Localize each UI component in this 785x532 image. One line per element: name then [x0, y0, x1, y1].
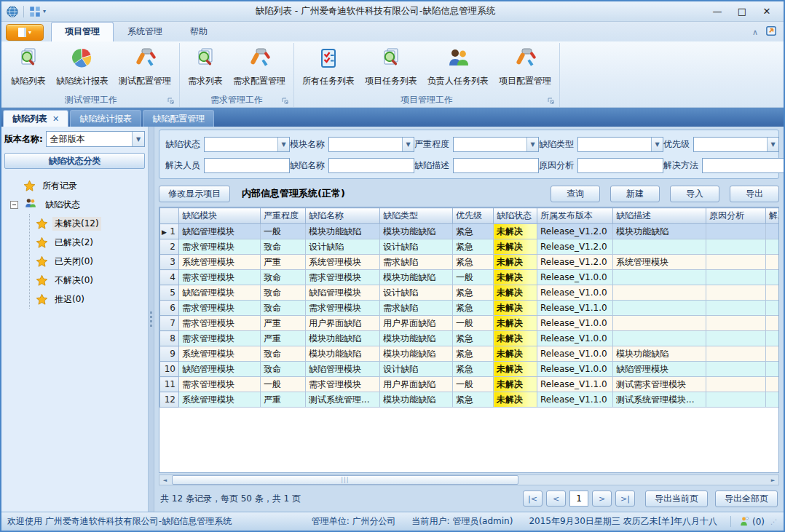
tree-item-不解决(0)[interactable]: 不解决(0): [36, 271, 143, 290]
column-header-缺陷类型[interactable]: 缺陷类型: [380, 208, 453, 224]
column-header-优先级[interactable]: 优先级: [453, 208, 494, 224]
collapse-ribbon-icon[interactable]: ∧: [752, 28, 758, 37]
dialog-launcher-icon[interactable]: [282, 97, 289, 104]
tree-item-所有记录[interactable]: 所有记录: [10, 176, 143, 195]
tree-item-已解决(2)[interactable]: 已解决(2): [36, 233, 143, 252]
column-header-缺陷模块[interactable]: 缺陷模块: [179, 208, 261, 224]
doc-tab-缺陷列表[interactable]: 缺陷列表✕: [3, 110, 68, 127]
column-header-解决方法[interactable]: 解决方法: [766, 208, 780, 224]
row-number-cell[interactable]: 3: [160, 255, 179, 270]
ribbon-button-缺陷统计报表[interactable]: 缺陷统计报表: [51, 44, 114, 90]
row-number-cell[interactable]: 10: [160, 362, 179, 377]
version-select[interactable]: 全部版本 ▼: [46, 131, 145, 147]
splitter-handle[interactable]: [149, 127, 154, 512]
filter-select-模块名称[interactable]: ▼: [328, 137, 414, 152]
filter-select-严重程度[interactable]: ▼: [453, 137, 539, 152]
ribbon-tab-系统管理[interactable]: 系统管理: [114, 22, 176, 41]
filter-input-解决方法[interactable]: [702, 158, 784, 173]
ribbon-button-所有任务列表[interactable]: 所有任务列表: [297, 44, 360, 90]
scroll-left-icon[interactable]: ◄: [159, 475, 170, 485]
action-button-导入[interactable]: 导入: [670, 186, 719, 202]
doc-tab-缺陷统计报表[interactable]: 缺陷统计报表: [70, 110, 141, 127]
tree-item-已关闭(0)[interactable]: 已关闭(0): [36, 252, 143, 271]
row-number-cell[interactable]: 11: [160, 377, 179, 392]
quick-access-grid-icon[interactable]: [28, 5, 42, 18]
table-row[interactable]: 4需求管理模块致命需求管理模块模块功能缺陷一般未解决Release_V1.0.0: [160, 270, 780, 285]
scrollbar-thumb[interactable]: |||: [172, 475, 518, 485]
resize-grip[interactable]: ⋰: [770, 518, 778, 525]
dialog-launcher-icon[interactable]: [167, 97, 175, 104]
row-number-cell[interactable]: 12: [160, 392, 179, 408]
column-header-严重程度[interactable]: 严重程度: [261, 208, 306, 224]
next-page-button[interactable]: >: [592, 491, 612, 507]
row-number-cell[interactable]: 2: [160, 239, 179, 255]
ribbon-button-负责人任务列表[interactable]: 负责人任务列表: [422, 44, 494, 90]
tree-expander-icon[interactable]: [10, 201, 18, 209]
dialog-launcher-icon[interactable]: [548, 97, 555, 104]
column-header-所属发布版本[interactable]: 所属发布版本: [537, 208, 613, 224]
column-header-缺陷描述[interactable]: 缺陷描述: [613, 208, 706, 224]
window-style-icon[interactable]: [765, 25, 778, 39]
filter-input-缺陷描述[interactable]: [453, 158, 539, 173]
table-row[interactable]: 6需求管理模块致命需求管理模块需求缺陷紧急未解决Release_V1.1.0: [160, 301, 780, 316]
close-button[interactable]: ✕: [754, 4, 779, 20]
table-row[interactable]: ▶1缺陷管理模块一般模块功能缺陷模块功能缺陷紧急未解决Release_V1.2.…: [160, 224, 780, 239]
tree-item-推迟(0)[interactable]: 推迟(0): [36, 290, 143, 309]
filter-input-解决人员[interactable]: [204, 158, 290, 173]
table-row[interactable]: 2需求管理模块致命设计缺陷设计缺陷紧急未解决Release_V1.2.0: [160, 239, 780, 255]
column-header-原因分析[interactable]: 原因分析: [706, 208, 766, 224]
chevron-down-icon[interactable]: ▼: [132, 132, 144, 146]
table-row[interactable]: 3系统管理模块严重系统管理模块需求缺陷紧急未解决Release_V1.2.0系统…: [160, 255, 780, 270]
ribbon-button-项目配置管理[interactable]: 项目配置管理: [494, 44, 556, 90]
table-row[interactable]: 11需求管理模块一般需求管理模块用户界面缺陷一般未解决Release_V1.1.…: [160, 377, 780, 392]
prev-page-button[interactable]: <: [546, 491, 566, 507]
export-current-page-button[interactable]: 导出当前页: [645, 491, 708, 507]
export-all-pages-button[interactable]: 导出全部页: [715, 491, 778, 507]
ribbon-tab-帮助[interactable]: 帮助: [176, 22, 221, 41]
action-button-新建[interactable]: 新建: [610, 186, 660, 202]
last-page-button[interactable]: >|: [615, 491, 635, 507]
action-button-导出[interactable]: 导出: [730, 186, 779, 202]
table-row[interactable]: 7需求管理模块严重用户界面缺陷用户界面缺陷一般未解决Release_V1.0.0: [160, 316, 780, 331]
row-number-cell[interactable]: 9: [160, 346, 179, 362]
ribbon-button-项目任务列表[interactable]: 项目任务列表: [360, 44, 422, 90]
ribbon-tab-项目管理[interactable]: 项目管理: [51, 22, 114, 41]
row-number-cell[interactable]: 6: [160, 301, 179, 316]
first-page-button[interactable]: |<: [523, 491, 543, 507]
modify-display-button[interactable]: 修改显示项目: [159, 186, 230, 202]
row-number-cell[interactable]: ▶1: [160, 224, 179, 239]
minimize-button[interactable]: —: [705, 4, 730, 20]
scroll-right-icon[interactable]: ►: [768, 475, 778, 485]
chevron-down-icon[interactable]: ▼: [651, 138, 663, 151]
chevron-down-icon[interactable]: ▼: [277, 138, 289, 151]
maximize-button[interactable]: □: [730, 4, 754, 20]
chevron-down-icon[interactable]: ▼: [767, 138, 778, 151]
filter-input-缺陷名称[interactable]: [328, 158, 414, 173]
ribbon-button-需求列表[interactable]: 需求列表: [183, 44, 228, 90]
chevron-down-icon[interactable]: ▼: [526, 138, 538, 151]
filter-select-缺陷类型[interactable]: ▼: [577, 137, 663, 152]
horizontal-scrollbar[interactable]: ◄ ||| ►: [159, 475, 779, 485]
column-header-缺陷状态[interactable]: 缺陷状态: [494, 208, 537, 224]
application-menu-button[interactable]: ▾: [6, 24, 44, 41]
table-row[interactable]: 5缺陷管理模块致命缺陷管理模块设计缺陷紧急未解决Release_V1.0.0: [160, 285, 780, 301]
table-row[interactable]: 9系统管理模块致命模块功能缺陷模块功能缺陷紧急未解决Release_V1.0.0…: [160, 346, 780, 362]
page-number-input[interactable]: [569, 491, 588, 507]
row-selector-header[interactable]: [160, 208, 179, 224]
close-tab-icon[interactable]: ✕: [52, 114, 59, 124]
tree-item-未解决(12)[interactable]: 未解决(12): [36, 214, 143, 233]
ribbon-button-测试配置管理[interactable]: 测试配置管理: [114, 44, 176, 90]
row-number-cell[interactable]: 8: [160, 331, 179, 346]
chevron-down-icon[interactable]: ▼: [402, 138, 414, 151]
row-number-cell[interactable]: 4: [160, 270, 179, 285]
online-users[interactable]: (0): [730, 516, 765, 527]
table-row[interactable]: 8需求管理模块严重模块功能缺陷模块功能缺陷紧急未解决Release_V1.0.0: [160, 331, 780, 346]
action-button-查询[interactable]: 查询: [551, 186, 600, 202]
table-row[interactable]: 12系统管理模块严重测试系统管理...模块功能缺陷紧急未解决Release_V1…: [160, 392, 780, 408]
column-header-缺陷名称[interactable]: 缺陷名称: [306, 208, 380, 224]
row-number-cell[interactable]: 5: [160, 285, 179, 301]
row-number-cell[interactable]: 7: [160, 316, 179, 331]
doc-tab-缺陷配置管理[interactable]: 缺陷配置管理: [143, 110, 214, 127]
filter-select-缺陷状态[interactable]: ▼: [204, 137, 290, 152]
filter-input-原因分析[interactable]: [577, 158, 663, 173]
